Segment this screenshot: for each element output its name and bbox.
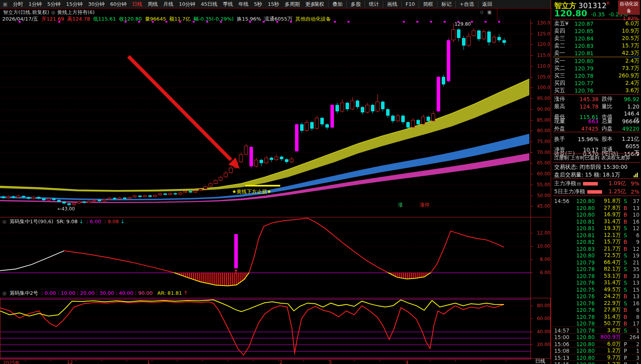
menu-item-月线[interactable]: 月线 (161, 1, 176, 8)
diamond-icon[interactable]: ◇ (480, 9, 483, 15)
indicator1-red-value: : 9.08 (104, 219, 119, 224)
axis-tick-label: 105.0 (532, 74, 550, 80)
net5-row[interactable]: 5日主力净额 1.25亿 2% (554, 188, 639, 195)
menu-item-45日线[interactable]: 45日线 (198, 1, 220, 8)
tape-row: 15:00120.80800.9万264 (554, 334, 639, 341)
axis-tick-label: 110.0 (532, 63, 550, 69)
chevron-down-icon[interactable]: ◎ (51, 10, 55, 15)
axis-tick-label: 85.00 (532, 117, 550, 123)
window-icon[interactable]: ▣ (0, 1, 10, 7)
layout-icon[interactable]: ▣ (487, 9, 492, 15)
collapse-icon[interactable]: ◎ (2, 290, 6, 296)
tape-row: 120.7966.4万S21 (554, 259, 639, 266)
menu-item-年线[interactable]: 年线 (236, 1, 251, 8)
menu-item-60分钟[interactable]: 60分钟 (107, 1, 130, 8)
menu-bar: ▣ 分时1分钟5分钟15分钟30分钟60分钟日线周线月线10分钟45日线季线年线… (0, 0, 551, 8)
indicator1-threshold: : 6.00 (87, 219, 101, 224)
instrument-title: 智立方(日线.前复权) (3, 9, 49, 16)
axis-tick-label: 60.00 (532, 171, 550, 177)
tape-row: 14:57120.783.6万S1 (554, 327, 639, 334)
axis-tick-label: 10.00 (532, 243, 550, 249)
price-change: -0.35 (591, 11, 605, 18)
axis-tick-label: 90.00 (532, 107, 550, 112)
orderbook-row[interactable]: 卖三120.8420.5万 (554, 35, 639, 42)
axis-tick-label: 70.00 (532, 150, 550, 155)
threshold-label: : 10.00 (58, 290, 76, 296)
menu-item-1分钟[interactable]: 1分钟 (26, 1, 44, 8)
chart-icon[interactable] (634, 173, 638, 177)
axis-tick-label: 130.0 (532, 20, 550, 26)
menu-item-15分钟[interactable]: 15分钟 (63, 1, 86, 8)
net5-value: 1.25亿 (604, 188, 626, 195)
axis-tick-label: 45.00 (532, 203, 550, 209)
strategy-label: 黄线上方持有(6) (57, 9, 95, 16)
active-pane-frame (0, 298, 551, 359)
menu-item-季线[interactable]: 季线 (220, 1, 236, 8)
menu-item-分时[interactable]: 分时 (10, 1, 26, 8)
list-icon: ▤ (577, 181, 581, 186)
toolbar-item-返回[interactable]: 返回 (478, 1, 496, 8)
orderbook-row[interactable]: 卖四120.8510.9万 (554, 28, 639, 35)
menu-item-5秒[interactable]: 5秒 (251, 1, 265, 8)
sector-badge[interactable]: 自动化设 备 (618, 0, 640, 15)
threshold-label: : 40.00 (116, 290, 133, 296)
menu-item-周线[interactable]: 周线 (145, 1, 161, 8)
orderbook-row[interactable]: 买四120.772.4万 (554, 80, 639, 87)
toolbar-item-画线[interactable]: 画线 (383, 1, 401, 8)
menu-item-15秒[interactable]: 15秒 (265, 1, 282, 8)
axis-tick-label: 120.0 (532, 42, 550, 47)
toolbar-item-标记[interactable]: 标记 (437, 1, 455, 8)
period-label[interactable]: 日线 (535, 358, 545, 364)
collapse-icon[interactable]: ◎ (2, 219, 6, 224)
main-net-row[interactable]: 主力净额 ▤ 1.09亿 9% (554, 180, 639, 187)
toolbar-item-复权[interactable]: 复权 (310, 1, 328, 8)
tape-row: 15:13120.809.7万P3 (554, 354, 639, 361)
main-chart-canvas[interactable] (0, 19, 530, 217)
toolbar-item-F10[interactable]: F10 (401, 1, 419, 7)
tape-row: 120.7850.7万B17 (554, 320, 639, 327)
orderbook-row[interactable]: 卖一120.8142.3万 (554, 50, 639, 57)
tape-row: 120.8072.5万S19 (554, 252, 639, 259)
orderbook-row[interactable]: 买一120.802.4万 (554, 58, 639, 65)
axis-tick-label: 100.0 (532, 85, 550, 90)
menu-item-多周期[interactable]: 多周期 (282, 1, 302, 8)
stat-row: 涨停145.38跌停96.92 (554, 96, 639, 103)
tape-row: 120.8027.8万B13 (554, 205, 639, 212)
axis-tick-label: 20.00 (532, 342, 550, 347)
low-price-annotation: ←43.00 (58, 206, 75, 212)
menu-item-30分钟[interactable]: 30分钟 (85, 1, 107, 8)
toolbar-item-叠加[interactable]: 叠加 (328, 1, 346, 8)
threshold-label: : 30.00 (96, 290, 114, 296)
tape-row: 15:15120.801.2万P1 (554, 361, 639, 364)
time-axis-label: 2025年 (3, 360, 20, 364)
indicator1-canvas[interactable] (0, 217, 530, 289)
menu-item-10分钟[interactable]: 10分钟 (176, 1, 198, 8)
trade-status: 交易状态: 闭市阶段 15:30:00 (554, 164, 639, 171)
toolbar-item-简框[interactable]: 简框 (419, 1, 437, 8)
toolbar-item-多股[interactable]: 多股 (346, 1, 365, 8)
tape-row: 120.7882.1万S35 (554, 266, 639, 273)
time-axis-label: 1 (147, 360, 150, 364)
period-menu: 分时1分钟5分钟15分钟30分钟60分钟日线周线月线10分钟45日线季线年线5秒… (10, 1, 325, 8)
toolbar-item-统计[interactable]: 统计 (365, 1, 383, 8)
orderbook-row[interactable]: 买五120.763.6万 (554, 87, 639, 94)
menu-item-日线[interactable]: 日线 (130, 1, 145, 8)
time-axis-label: 3 (329, 360, 332, 364)
toolbar-menu: 复权叠加多股统计画线F10简框标记+自选返回 (310, 0, 496, 8)
stat-row: 现量663总量96645 (554, 118, 639, 125)
orderbook-row[interactable]: 买二120.7973.7万 (554, 65, 639, 72)
orderbook-row[interactable]: 卖五¥120.876.0万 (554, 20, 639, 27)
orderbook-row[interactable]: 买三120.78260.9万 (554, 72, 639, 79)
tape-row: 120.7853.1万B33 (554, 273, 639, 280)
registration-line: 注册制 上市时已盈利 表决权无差异 (554, 155, 639, 161)
tape-row: 120.8131.4万B16 (554, 218, 639, 225)
threshold-label: : 0.00 (41, 290, 56, 296)
down-arrow-icon: ↓ (121, 219, 125, 224)
tape-row: 120.8215.7万B9 (554, 238, 639, 245)
threshold-label: : 90.00 (135, 290, 153, 296)
toolbar-item-+自选[interactable]: +自选 (455, 1, 478, 8)
tape-row: 120.7631.4万S13 (554, 279, 639, 286)
orderbook-row[interactable]: 卖二120.8315.7万 (554, 42, 639, 49)
menu-item-5分钟[interactable]: 5分钟 (45, 1, 63, 8)
down-arrow-icon: ↓ (79, 219, 83, 224)
